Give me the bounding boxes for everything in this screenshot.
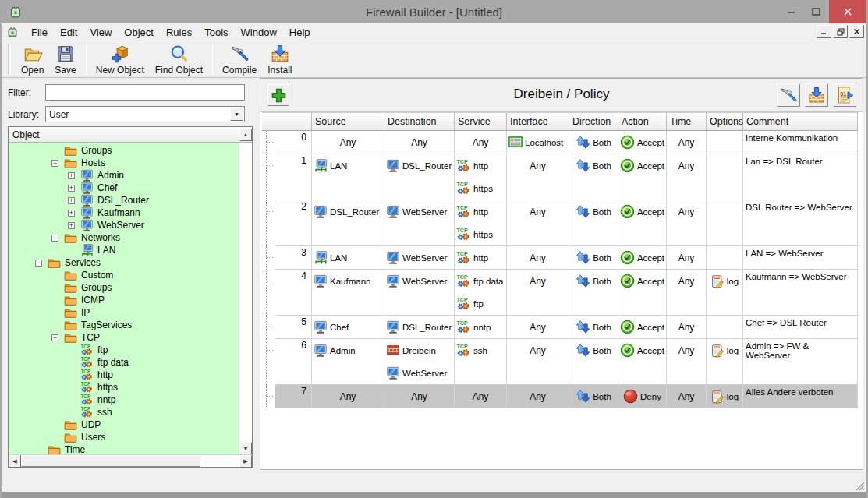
policy-cell-direction[interactable]: Both [569, 385, 618, 408]
policy-cell-time[interactable]: Any [667, 385, 707, 408]
policy-cell-options[interactable] [707, 246, 743, 270]
compile-button[interactable]: Compile [217, 42, 262, 77]
policy-cell-time[interactable]: Any [667, 200, 707, 246]
policy-row-7[interactable]: 7AnyAnyAnyAnyBothDenyAnylogAlles Andere … [262, 385, 858, 408]
policy-cell-destination[interactable]: WebServer [384, 270, 455, 316]
policy-cell-action[interactable]: Deny [618, 385, 667, 408]
tree-item-networks[interactable]: −Networks [9, 231, 239, 244]
policy-cell-source[interactable]: LAN [312, 246, 384, 270]
policy-row-1[interactable]: 1LANDSL_RouterTCPhttpTCPhttpsAnyBothAcce… [262, 154, 858, 200]
policy-cell-interface[interactable]: Localhost [507, 131, 569, 154]
policy-cell-direction[interactable]: Both [569, 131, 618, 154]
new-object-button[interactable]: New Object [90, 42, 150, 77]
policy-cell-source[interactable]: Any [312, 131, 384, 154]
policy-cell-comment[interactable]: Chef => DSL Router [743, 316, 858, 339]
tree-item-services[interactable]: −Services [9, 256, 239, 269]
expand-icon[interactable]: + [68, 197, 75, 204]
expand-icon[interactable]: + [68, 185, 75, 192]
tree-item-custom[interactable]: Custom [9, 269, 239, 281]
tree-item-chef[interactable]: +Chef [9, 182, 239, 194]
policy-cell-destination[interactable]: Any [384, 385, 455, 408]
policy-cell-interface[interactable]: Any [507, 339, 569, 385]
policy-cell-source[interactable]: DSL_Router [312, 200, 384, 246]
policy-row-6[interactable]: 6AdminDreibeinWebServerTCPsshAnyBothAcce… [262, 339, 858, 385]
policy-cell-source[interactable]: Chef [312, 316, 384, 339]
policy-cell-comment[interactable]: Interne Kommunikation [743, 131, 858, 154]
tree-column-header[interactable]: Object ▲ [9, 127, 252, 143]
column-header-source[interactable]: Source [312, 112, 384, 131]
policy-cell-comment[interactable]: Kaufmann => WebServer [743, 270, 858, 316]
policy-cell-source[interactable]: Any [312, 385, 384, 408]
policy-cell-destination[interactable]: DreibeinWebServer [384, 339, 455, 385]
policy-cell-service[interactable]: Any [455, 385, 507, 408]
policy-cell-destination[interactable]: WebServer [384, 246, 455, 270]
column-header-comment[interactable]: Comment [743, 112, 858, 131]
policy-cell-interface[interactable]: Any [507, 270, 569, 316]
open-button[interactable]: Open [16, 42, 49, 77]
policy-row-3[interactable]: 3LANWebServerTCPhttpAnyBothAcceptAnyLAN … [262, 246, 858, 270]
menu-view[interactable]: View [83, 25, 118, 40]
policy-cell-destination[interactable]: DSL_Router [384, 316, 455, 339]
policy-cell-action[interactable]: Accept [618, 200, 667, 246]
column-header-action[interactable]: Action [618, 112, 667, 131]
policy-cell-action[interactable]: Accept [618, 246, 667, 270]
scrollbar-thumb[interactable] [21, 455, 200, 467]
save-button[interactable]: Save [49, 42, 81, 77]
tree-item-groups[interactable]: Groups [9, 144, 239, 157]
policy-cell-action[interactable]: Accept [618, 131, 667, 154]
policy-cell-destination[interactable]: WebServer [384, 200, 455, 246]
rule-number[interactable]: 2 [275, 200, 312, 246]
collapse-icon[interactable]: − [35, 260, 42, 267]
policy-cell-source[interactable]: LAN [312, 154, 384, 200]
policy-cell-service[interactable]: TCPhttpTCPhttps [455, 200, 507, 246]
policy-cell-comment[interactable]: Admin => FW & WebServer [743, 339, 858, 385]
menu-file[interactable]: File [25, 25, 54, 40]
mdi-restore-button[interactable] [833, 25, 848, 38]
policy-cell-comment[interactable]: Lan => DSL Router [743, 154, 858, 200]
policy-cell-time[interactable]: Any [667, 246, 707, 270]
policy-cell-direction[interactable]: Both [569, 246, 618, 270]
menu-window[interactable]: Window [235, 25, 283, 40]
filter-input[interactable] [45, 84, 245, 101]
policy-cell-direction[interactable]: Both [569, 200, 618, 246]
policy-cell-service[interactable]: TCPnntp [455, 316, 507, 339]
rule-number[interactable]: 6 [275, 339, 312, 385]
tree-horizontal-scrollbar[interactable]: ◀ ▶ [9, 454, 252, 467]
policy-cell-interface[interactable]: Any [507, 385, 569, 408]
policy-cell-action[interactable]: Accept [618, 339, 667, 385]
tree-item-hosts[interactable]: −Hosts [9, 157, 239, 169]
install-button[interactable]: Install [262, 42, 297, 77]
collapse-icon[interactable]: − [51, 334, 58, 341]
scroll-down-button[interactable]: ▼ [239, 442, 252, 454]
tree-item-lan[interactable]: LAN [9, 244, 239, 256]
collapse-icon[interactable]: − [51, 235, 58, 242]
collapse-icon[interactable]: − [51, 160, 58, 167]
policy-row-4[interactable]: 4KaufmannWebServerTCPftp dataTCPftpAnyBo… [262, 270, 858, 316]
policy-cell-options[interactable] [707, 200, 743, 246]
policy-cell-direction[interactable]: Both [569, 316, 618, 339]
tree-item-ssh[interactable]: TCPssh [9, 406, 239, 419]
tree-item-ftp[interactable]: TCPftp [9, 344, 239, 356]
resize-grip-icon[interactable] [855, 480, 865, 490]
policy-cell-options[interactable] [707, 131, 743, 154]
policy-cell-direction[interactable]: Both [569, 339, 618, 385]
mdi-minimize-button[interactable] [817, 25, 831, 38]
policy-cell-time[interactable]: Any [667, 316, 707, 339]
tree-item-udp[interactable]: UDP [9, 419, 239, 431]
expand-icon[interactable]: + [68, 210, 75, 217]
policy-cell-time[interactable]: Any [667, 154, 707, 200]
inspect-generated-button[interactable]: 01 [833, 83, 856, 107]
close-button[interactable] [829, 0, 866, 23]
menu-edit[interactable]: Edit [54, 25, 83, 40]
policy-cell-direction[interactable]: Both [569, 270, 618, 316]
policy-cell-options[interactable]: log [707, 385, 743, 408]
column-header-options[interactable]: Options [707, 112, 743, 131]
tree-item-http[interactable]: TCPhttp [9, 369, 239, 381]
policy-cell-interface[interactable]: Any [507, 154, 569, 200]
tree-item-tagservices[interactable]: TagServices [9, 319, 239, 331]
column-header-interface[interactable]: Interface [507, 112, 569, 131]
policy-cell-destination[interactable]: Any [384, 131, 455, 154]
install-rule-button[interactable] [805, 83, 828, 107]
policy-cell-time[interactable]: Any [667, 339, 707, 385]
policy-cell-service[interactable]: TCPhttpTCPhttps [455, 154, 507, 200]
